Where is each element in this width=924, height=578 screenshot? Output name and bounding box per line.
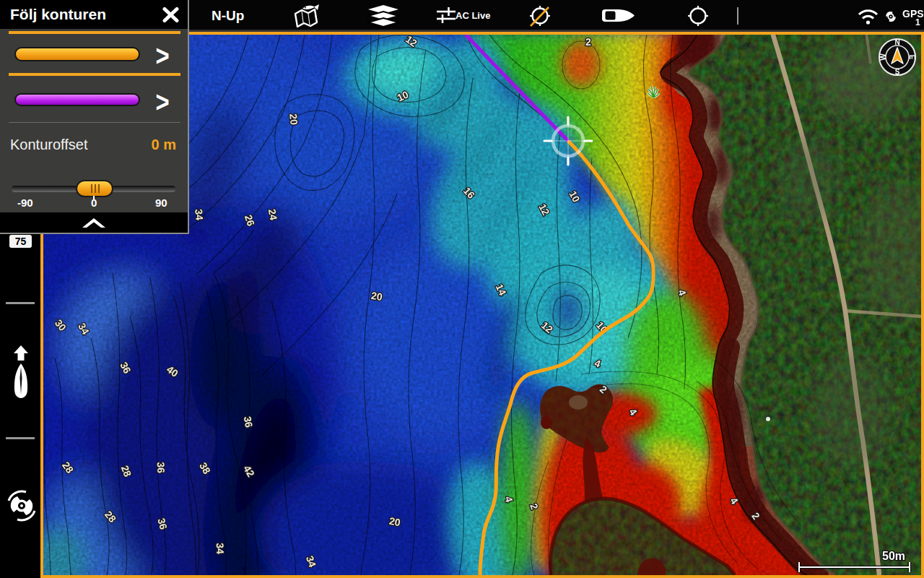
svg-text:34: 34 bbox=[193, 209, 205, 221]
svg-text:24: 24 bbox=[266, 208, 279, 221]
svg-text:34: 34 bbox=[214, 543, 227, 554]
svg-text:E: E bbox=[908, 55, 916, 60]
svg-text:W: W bbox=[879, 53, 887, 61]
svg-text:36: 36 bbox=[155, 462, 167, 473]
svg-text:2: 2 bbox=[585, 36, 591, 48]
svg-text:N: N bbox=[894, 38, 899, 46]
svg-text:50m: 50m bbox=[882, 550, 905, 562]
svg-text:20: 20 bbox=[287, 113, 300, 126]
svg-text:36: 36 bbox=[242, 415, 255, 428]
svg-text:S: S bbox=[895, 68, 900, 76]
svg-text:20: 20 bbox=[370, 290, 383, 303]
svg-text:20: 20 bbox=[388, 515, 401, 528]
